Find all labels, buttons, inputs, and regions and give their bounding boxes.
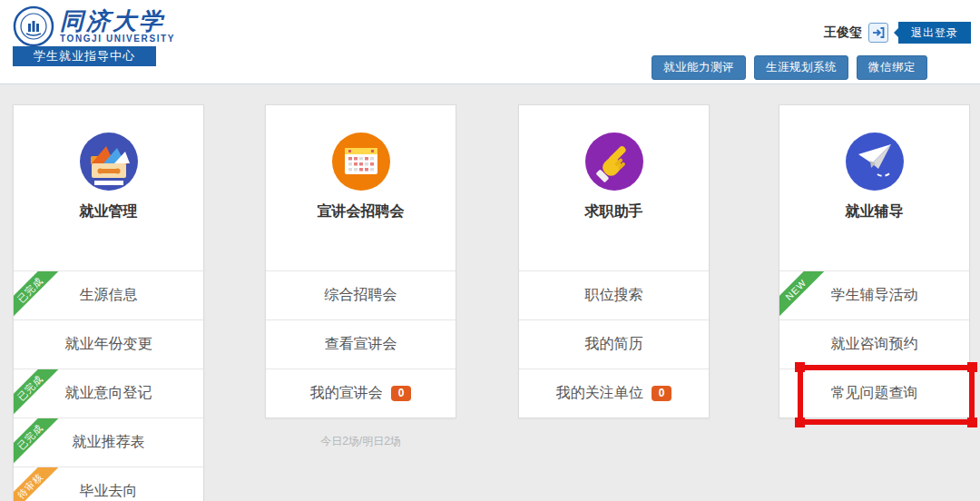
card-column: 宣讲会招聘会综合招聘会查看宣讲会我的宣讲会0今日2场/明日2场 (265, 104, 456, 449)
annotation-corner-handle (795, 418, 805, 427)
nav-button-wechat-bind[interactable]: 微信绑定 (857, 55, 927, 80)
menu-item-label: 就业意向登记 (65, 384, 152, 403)
menu-item-label: 查看宣讲会 (325, 335, 397, 354)
card: 就业管理已完成生源信息就业年份变更已完成就业意向登记已完成就业推荐表待审核毕业去… (13, 104, 204, 501)
card-header: 就业辅导 (779, 133, 969, 270)
card: 求职助手职位搜索我的简历我的关注单位0 (518, 104, 710, 418)
card-footer-note: 今日2场/明日2场 (265, 434, 456, 449)
archive-books-icon (80, 133, 138, 191)
annotation-corner-handle (967, 418, 977, 427)
status-ribbon: 已完成 (14, 418, 64, 467)
page-header: 同济大学 TONGJI UNIVERSITY 学生就业指导中心 王俊玺 退出登录… (0, 0, 980, 84)
menu-item[interactable]: 我的关注单位0 (519, 368, 709, 418)
menu-item-label: 生源信息 (80, 286, 138, 305)
menu-item[interactable]: 综合招聘会 (266, 270, 456, 319)
menu-item[interactable]: 待审核毕业去向 (14, 467, 203, 501)
card-column: 求职助手职位搜索我的简历我的关注单位0 (518, 104, 710, 418)
menu-item-label: 就业咨询预约 (831, 335, 918, 354)
university-name-en: TONGJI UNIVERSITY (60, 34, 175, 44)
logged-in-user-name: 王俊玺 (824, 25, 862, 41)
card-column: 就业辅导NEW学生辅导活动就业咨询预约常见问题查询 (779, 104, 970, 418)
menu-item[interactable]: 已完成就业推荐表 (14, 418, 203, 467)
menu-item-label: 毕业去向 (80, 482, 138, 501)
tongji-seal-icon (13, 5, 54, 47)
card-header: 求职助手 (519, 133, 709, 270)
menu-item[interactable]: 就业咨询预约 (779, 319, 969, 368)
menu-item[interactable]: 我的宣讲会0 (266, 368, 456, 418)
card-header: 宣讲会招聘会 (266, 133, 456, 270)
university-name-cn: 同济大学 (60, 9, 175, 33)
menu-item-label: 我的宣讲会 (310, 384, 383, 403)
menu-item[interactable]: 常见问题查询 (779, 368, 969, 418)
menu-item-label: 就业推荐表 (73, 433, 145, 452)
logout-button[interactable]: 退出登录 (898, 22, 971, 44)
card-header: 就业管理 (14, 133, 203, 270)
menu-item[interactable]: 职位搜索 (519, 270, 709, 319)
card-title: 就业辅导 (779, 202, 969, 221)
status-ribbon: 待审核 (14, 467, 64, 501)
pointing-hand-icon (585, 133, 643, 191)
menu-item-label: 学生辅导活动 (831, 286, 918, 305)
menu-item-label: 综合招聘会 (325, 286, 397, 305)
menu-item-label: 我的关注单位 (556, 384, 643, 403)
menu-item[interactable]: NEW学生辅导活动 (779, 270, 969, 319)
menu-item-label: 就业年份变更 (65, 335, 152, 354)
card-title: 求职助手 (519, 202, 709, 221)
menu-item-label: 我的简历 (585, 335, 643, 354)
site-banner: 学生就业指导中心 (13, 46, 156, 66)
menu-item[interactable]: 查看宣讲会 (266, 319, 456, 368)
card-title: 宣讲会招聘会 (266, 202, 456, 221)
menu-item-label: 职位搜索 (585, 286, 643, 305)
card: 就业辅导NEW学生辅导活动就业咨询预约常见问题查询 (779, 104, 970, 418)
menu-item-label: 常见问题查询 (831, 384, 918, 403)
count-badge: 0 (652, 386, 672, 401)
status-ribbon: NEW (779, 270, 830, 319)
menu-item[interactable]: 已完成生源信息 (14, 270, 203, 319)
card-column: 就业管理已完成生源信息就业年份变更已完成就业意向登记已完成就业推荐表待审核毕业去… (13, 104, 204, 501)
status-ribbon: 已完成 (14, 368, 64, 418)
menu-item[interactable]: 就业年份变更 (14, 319, 203, 368)
menu-item[interactable]: 我的简历 (519, 319, 709, 368)
paper-plane-icon (846, 133, 904, 191)
nav-button-career-planning[interactable]: 生涯规划系统 (754, 55, 848, 80)
card: 宣讲会招聘会综合招聘会查看宣讲会我的宣讲会0 (265, 104, 456, 418)
nav-button-ability-test[interactable]: 就业能力测评 (652, 55, 746, 80)
count-badge: 0 (391, 386, 412, 401)
status-ribbon: 已完成 (14, 270, 64, 319)
calendar-icon (332, 133, 390, 191)
exit-icon[interactable] (868, 23, 888, 43)
menu-item[interactable]: 已完成就业意向登记 (14, 368, 203, 418)
university-logo: 同济大学 TONGJI UNIVERSITY (13, 5, 175, 47)
main-content: 就业管理已完成生源信息就业年份变更已完成就业意向登记已完成就业推荐表待审核毕业去… (0, 84, 980, 501)
card-title: 就业管理 (14, 202, 203, 221)
